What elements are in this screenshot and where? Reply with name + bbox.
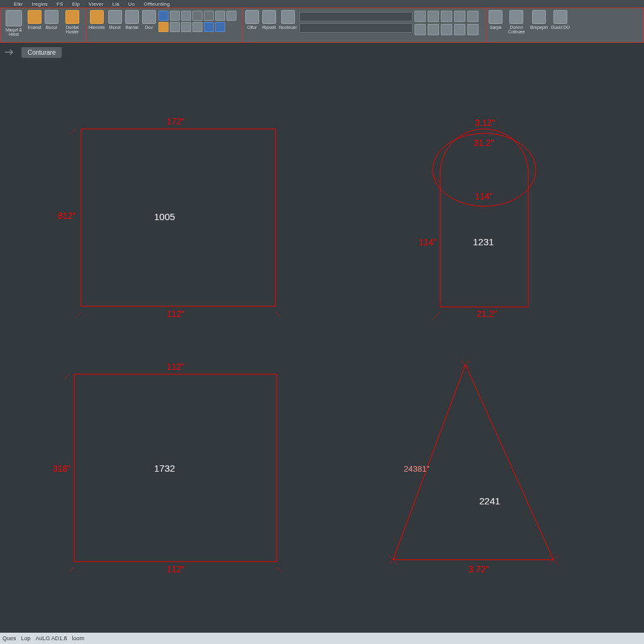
dim-rect-top-bottom: 112" <box>167 309 184 319</box>
ribbon-input-stack <box>299 9 413 33</box>
ribbon-panel-4: Sarpe Donrın Cotiruee Brepepin Dusid DO <box>486 8 572 42</box>
status-lop: Lop <box>21 635 31 641</box>
button-maquf[interactable]: Maquf & Hiest <box>3 9 25 37</box>
nav-forward-icon[interactable] <box>4 46 16 58</box>
tool-icon[interactable] <box>454 11 465 22</box>
tool-icon[interactable] <box>441 24 452 35</box>
menu-item[interactable]: Iregins <box>32 1 48 7</box>
button-donrin[interactable]: Donrın Cotiruee <box>505 9 528 35</box>
svg-line-4 <box>433 312 440 319</box>
shape-id-rect-top: 1005 <box>154 211 175 222</box>
dim-tri-bottom: 3.72" <box>469 564 489 574</box>
drawing-canvas[interactable]: 172" 812" 112" 1005 3.12" 31.2" 114" 114… <box>0 63 644 633</box>
tool-icon[interactable] <box>414 11 426 22</box>
ribbon-panel-1: Maquf & Hiest Evanst Bucor Dontat Hoster <box>1 8 86 42</box>
button-evanst[interactable]: Evanst <box>27 9 42 30</box>
tool-icon[interactable] <box>454 24 465 35</box>
status-bar: Ques Lop AuLG AD1.8 loom <box>0 633 644 644</box>
shape-id-capsule: 1231 <box>473 236 494 247</box>
tool-icon[interactable] <box>204 11 214 21</box>
tool-icon[interactable] <box>441 11 452 22</box>
dim-rect-bot-bottom: 112" <box>167 564 184 574</box>
svg-line-3 <box>433 175 440 182</box>
tool-icon[interactable] <box>204 22 214 32</box>
button-dov[interactable]: Dov <box>142 9 157 30</box>
dim-rect-bot-left: 318" <box>53 464 70 474</box>
tool-icon[interactable] <box>467 11 479 22</box>
button-olfor[interactable]: Olfor <box>245 9 260 30</box>
svg-line-6 <box>277 567 282 572</box>
dim-capsule-top: 3.12" <box>475 118 495 128</box>
tool-icon[interactable] <box>192 11 203 21</box>
tool-autsidtox[interactable] <box>181 22 191 32</box>
menu-item[interactable]: Elkr <box>14 1 23 7</box>
shape-rect-top[interactable] <box>81 129 275 306</box>
button-biorst[interactable]: Biorst <box>108 9 123 30</box>
tab-conturare[interactable]: Conturare <box>21 47 62 58</box>
button-dusid[interactable]: Dusid DO <box>550 9 570 30</box>
status-loom: loom <box>72 635 85 641</box>
tool-icon[interactable] <box>158 22 169 32</box>
button-hienvire[interactable]: Hienvire <box>88 9 106 30</box>
dim-tri-side: 24381" <box>404 464 430 474</box>
button-sarpe[interactable]: Sarpe <box>488 9 503 30</box>
button-brepepin[interactable]: Brepepin <box>530 9 548 30</box>
menu-item[interactable]: FS <box>57 1 64 7</box>
tool-icon[interactable] <box>428 24 439 35</box>
dim-capsule-second: 31.2" <box>474 138 494 148</box>
button-dontat[interactable]: Dontat Hoster <box>61 9 84 35</box>
tool-icon[interactable] <box>428 11 439 22</box>
svg-line-5 <box>69 567 74 572</box>
shape-id-rect-bot: 1732 <box>154 463 175 474</box>
dim-rect-top-left: 812" <box>58 211 75 221</box>
svg-line-2 <box>70 129 75 134</box>
ribbon-toolgrid <box>414 9 484 35</box>
tab-row: Conturare <box>0 43 644 62</box>
tool-icon[interactable] <box>467 24 479 35</box>
layer-input-1[interactable] <box>299 12 413 21</box>
status-ques: Ques <box>3 635 16 641</box>
menu-item[interactable]: Viever <box>89 1 104 7</box>
dim-capsule-mid: 114" <box>475 191 492 201</box>
tool-icon[interactable] <box>414 24 426 35</box>
menu-item[interactable]: Uo <box>128 1 135 7</box>
shape-capsule[interactable] <box>440 129 528 307</box>
tool-icon[interactable] <box>181 11 191 21</box>
button-ripselt[interactable]: Ripselt <box>262 9 277 30</box>
tool-icon[interactable] <box>226 11 236 21</box>
dim-rect-bot-top: 112" <box>167 362 184 372</box>
shape-triangle[interactable] <box>393 365 553 560</box>
dim-capsule-left: 114" <box>419 237 436 247</box>
tool-icon[interactable] <box>170 11 180 21</box>
button-nockruer[interactable]: Nockruer <box>279 9 297 30</box>
tool-icon[interactable] <box>215 11 225 21</box>
svg-line-0 <box>76 312 81 317</box>
dim-rect-top-top: 172" <box>167 116 184 126</box>
menu-item[interactable]: Offteurding <box>143 1 170 7</box>
tool-icon[interactable] <box>215 22 225 32</box>
svg-line-7 <box>64 374 69 379</box>
ribbon-toolbar: Maquf & Hiest Evanst Bucor Dontat Hoster… <box>0 8 644 43</box>
shape-rect-bottom[interactable] <box>74 374 277 562</box>
tool-icon[interactable] <box>158 11 169 21</box>
status-version: AuLG AD1.8 <box>36 635 67 641</box>
tool-orp[interactable] <box>192 22 203 32</box>
shape-id-triangle: 2241 <box>479 496 500 506</box>
ribbon-panel-3: Olfor Ripselt Nockruer <box>243 8 486 42</box>
menu-bar: Elkr Iregins FS Elp Viever Lia Uo Offteu… <box>0 0 644 8</box>
tool-icon[interactable] <box>170 22 180 32</box>
button-bucor[interactable]: Bucor <box>44 9 59 30</box>
menu-item[interactable]: Lia <box>113 1 119 7</box>
menu-item[interactable]: Elp <box>72 1 80 7</box>
dim-capsule-bottom: 21.2" <box>477 309 497 319</box>
button-barnal[interactable]: Barnal <box>125 9 140 30</box>
svg-line-1 <box>275 312 280 317</box>
ribbon-icon-group <box>158 9 240 32</box>
layer-input-2[interactable] <box>299 23 413 33</box>
ribbon-panel-2: Hienvire Biorst Barnal Dov <box>86 8 243 42</box>
